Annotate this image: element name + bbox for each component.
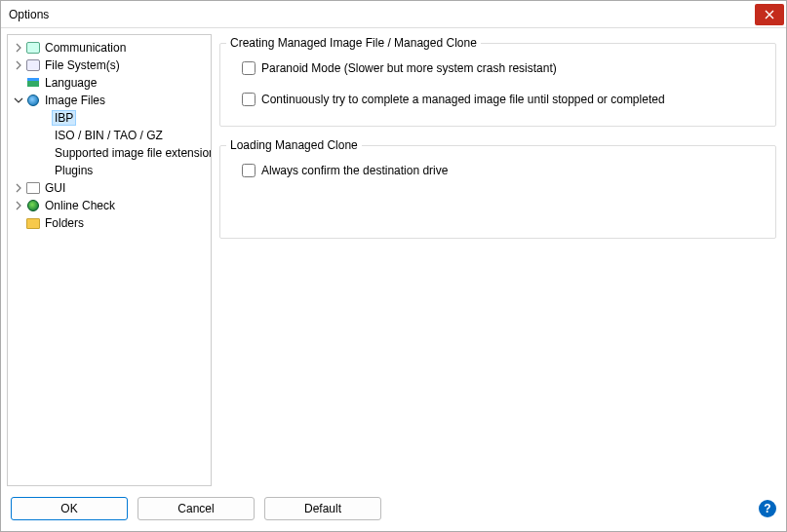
confirm-destination-checkbox[interactable] xyxy=(242,164,256,177)
paranoid-mode-label: Paranoid Mode (Slower but more system cr… xyxy=(261,61,557,75)
retry-until-complete-row[interactable]: Continuously try to complete a managed i… xyxy=(242,93,769,106)
tree-label: IBP xyxy=(53,111,75,125)
tree-item-language[interactable]: Language xyxy=(10,74,212,92)
options-tree[interactable]: Communication File System(s) Language Im… xyxy=(7,34,212,486)
chevron-right-icon xyxy=(12,181,25,195)
group-legend: Creating Managed Image File / Managed Cl… xyxy=(226,36,481,50)
tree-item-image-files[interactable]: Image Files xyxy=(10,92,212,109)
group-loading-managed: Loading Managed Clone Always confirm the… xyxy=(219,138,776,239)
close-button[interactable] xyxy=(755,4,784,25)
confirm-destination-row[interactable]: Always confirm the destination drive xyxy=(242,164,769,177)
folder-icon xyxy=(25,215,41,231)
tree-label: File System(s) xyxy=(43,58,122,72)
tree-item-gui[interactable]: GUI xyxy=(10,179,212,197)
chevron-spacer xyxy=(12,76,25,90)
chevron-down-icon xyxy=(12,94,25,107)
tree-label: Plugins xyxy=(53,164,95,177)
footer: OK Cancel Default ? xyxy=(1,492,786,531)
help-button[interactable]: ? xyxy=(759,500,776,517)
tree-label: GUI xyxy=(43,181,67,195)
tree-label: ISO / BIN / TAO / GZ xyxy=(53,129,165,142)
ok-button[interactable]: OK xyxy=(11,497,128,520)
tree-label: Online Check xyxy=(43,199,117,212)
chevron-spacer xyxy=(39,129,53,142)
content-pane: Creating Managed Image File / Managed Cl… xyxy=(217,34,780,486)
flag-icon xyxy=(25,75,41,91)
tree-item-online-check[interactable]: Online Check xyxy=(10,197,212,214)
globe-icon xyxy=(25,198,41,213)
chevron-spacer xyxy=(12,216,25,230)
chevron-right-icon xyxy=(12,41,25,55)
paranoid-mode-checkbox[interactable] xyxy=(242,61,256,75)
tree-label: Folders xyxy=(43,216,86,230)
chevron-spacer xyxy=(39,146,53,160)
drive-icon xyxy=(25,57,41,73)
chevron-right-icon xyxy=(12,199,25,212)
group-legend: Loading Managed Clone xyxy=(226,138,362,152)
svg-rect-1 xyxy=(27,78,39,81)
tree-label: Language xyxy=(43,76,98,90)
tree-item-ibp[interactable]: IBP xyxy=(10,109,212,127)
tree-label: Image Files xyxy=(43,94,107,107)
communication-icon xyxy=(25,40,41,56)
tree-item-iso-bin-tao-gz[interactable]: ISO / BIN / TAO / GZ xyxy=(10,127,212,144)
tree-item-plugins[interactable]: Plugins xyxy=(10,162,212,179)
tree-item-communication[interactable]: Communication xyxy=(10,39,212,57)
close-icon xyxy=(765,10,774,19)
tree-item-folders[interactable]: Folders xyxy=(10,214,212,232)
chevron-right-icon xyxy=(12,58,25,72)
tree-label: Communication xyxy=(43,41,128,55)
tree-item-filesystems[interactable]: File System(s) xyxy=(10,57,212,74)
disc-icon xyxy=(25,93,41,108)
group-creating-managed: Creating Managed Image File / Managed Cl… xyxy=(219,36,776,127)
chevron-spacer xyxy=(39,111,53,125)
titlebar: Options xyxy=(1,1,786,28)
confirm-destination-label: Always confirm the destination drive xyxy=(261,164,448,177)
window-icon xyxy=(25,180,41,196)
cancel-button[interactable]: Cancel xyxy=(138,497,255,520)
paranoid-mode-row[interactable]: Paranoid Mode (Slower but more system cr… xyxy=(242,61,769,75)
help-icon: ? xyxy=(764,502,770,515)
retry-until-complete-label: Continuously try to complete a managed i… xyxy=(261,93,665,106)
chevron-spacer xyxy=(39,164,53,177)
retry-until-complete-checkbox[interactable] xyxy=(242,93,256,106)
dialog-body: Communication File System(s) Language Im… xyxy=(1,28,786,492)
tree-item-supported-ext[interactable]: Supported image file extension xyxy=(10,144,212,162)
tree-label: Supported image file extension xyxy=(53,146,212,160)
window-title: Options xyxy=(9,8,755,21)
default-button[interactable]: Default xyxy=(264,497,381,520)
